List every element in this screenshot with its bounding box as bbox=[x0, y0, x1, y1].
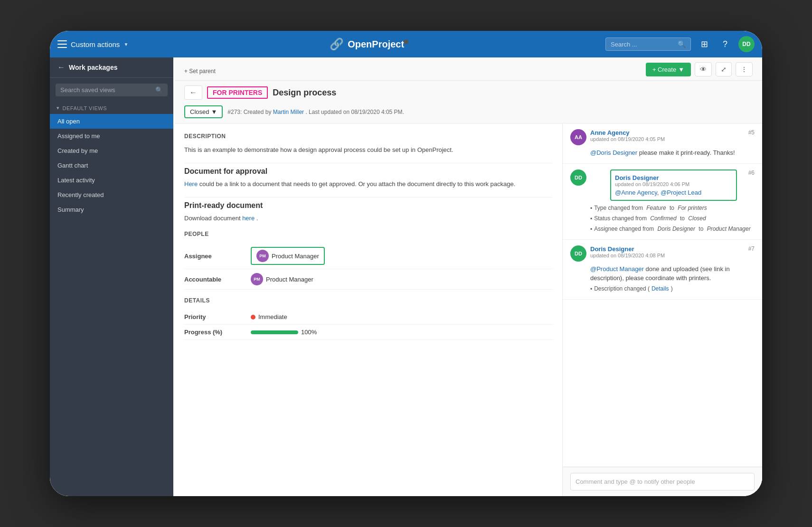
progress-row: Progress (%) 100% bbox=[184, 325, 553, 340]
search-icon: 🔍 bbox=[678, 40, 686, 48]
print-heading: Print-ready document bbox=[184, 197, 553, 210]
sidebar-item-label: All open bbox=[57, 118, 80, 125]
mention-project-lead[interactable]: @Project Lead bbox=[661, 189, 701, 196]
sidebar-header: ← Work packages bbox=[50, 57, 173, 78]
activity-time-6: updated on 08/19/2020 4:06 PM bbox=[615, 181, 732, 187]
activity-content-5: @Doris Designer please make it print-rea… bbox=[590, 148, 755, 158]
activity-time-7: updated on 08/19/2020 4:08 PM bbox=[590, 253, 745, 258]
sidebar-item-latest-activity[interactable]: Latest activity bbox=[50, 173, 173, 188]
details-link[interactable]: Details bbox=[651, 284, 669, 293]
status-dropdown-arrow: ▼ bbox=[211, 108, 217, 115]
progress-value: 100% bbox=[251, 329, 317, 336]
activity-meta-7: Doris Designer updated on 08/19/2020 4:0… bbox=[590, 245, 745, 258]
camera-dot bbox=[404, 39, 408, 44]
grid-icon[interactable]: ⊞ bbox=[697, 37, 712, 52]
change-type: Type changed from Feature to For printer… bbox=[590, 204, 755, 213]
sidebar-item-label: Recently created bbox=[57, 191, 104, 198]
activity-highlighted-content: Doris Designer updated on 08/19/2020 4:0… bbox=[610, 169, 737, 201]
expand-button[interactable]: ⤢ bbox=[716, 62, 732, 76]
app-name: OpenProject bbox=[348, 39, 404, 50]
details-heading: DETAILS bbox=[184, 297, 553, 304]
details-section: DETAILS Priority Immediate Progress (%) bbox=[184, 297, 553, 340]
change-status: Status changed from Confirmed to Closed bbox=[590, 214, 755, 223]
sidebar-back-arrow[interactable]: ← bbox=[57, 63, 65, 72]
sidebar: ← Work packages 🔍 ▾ DEFAULT VIEWS All op… bbox=[50, 57, 173, 496]
help-icon[interactable]: ? bbox=[718, 37, 733, 52]
sidebar-item-label: Created by me bbox=[57, 147, 98, 154]
nav-right: 🔍 ⊞ ? DD bbox=[605, 36, 755, 52]
activity-avatar-6: DD bbox=[570, 169, 586, 186]
mention-pm[interactable]: @Product Manager bbox=[590, 265, 644, 273]
doc-link[interactable]: Here bbox=[184, 180, 198, 188]
status-dropdown[interactable]: Closed ▼ bbox=[184, 105, 223, 118]
activity-content-6: @Anne Agency, @Project Lead bbox=[615, 189, 732, 196]
doc-heading: Document for approval bbox=[184, 163, 553, 176]
nav-left: Custom actions ▼ bbox=[57, 40, 128, 48]
progress-label: Progress (%) bbox=[184, 329, 251, 336]
more-options-button[interactable]: ⋮ bbox=[736, 62, 753, 76]
content-header: + Set parent + Create ▼ 👁 ⤢ ⋮ bbox=[175, 57, 762, 81]
sidebar-item-gantt-chart[interactable]: Gantt chart bbox=[50, 158, 173, 173]
author-link[interactable]: Martin Miller bbox=[273, 109, 304, 115]
create-dropdown-arrow: ▼ bbox=[678, 66, 684, 73]
change-description: Description changed (Details) bbox=[590, 284, 755, 293]
sidebar-item-summary[interactable]: Summary bbox=[50, 202, 173, 217]
people-heading: PEOPLE bbox=[184, 231, 553, 237]
sidebar-item-all-open[interactable]: All open bbox=[50, 114, 173, 129]
mention-anne[interactable]: @Anne Agency bbox=[615, 189, 657, 196]
activity-header-6: DD Doris Designer updated on 08/19/2020 … bbox=[570, 169, 755, 201]
type-badge: FOR PRINTERS bbox=[207, 86, 268, 99]
set-parent-button[interactable]: + Set parent bbox=[184, 68, 216, 75]
sidebar-title: Work packages bbox=[69, 64, 117, 71]
global-search-box[interactable]: 🔍 bbox=[605, 38, 691, 51]
split-content: DESCRIPTION This is an example to demons… bbox=[175, 123, 762, 496]
accountable-value[interactable]: PM Product Manager bbox=[251, 273, 313, 285]
priority-text: Immediate bbox=[258, 313, 287, 320]
print-download-link[interactable]: here bbox=[242, 215, 255, 222]
comment-input[interactable]: Comment and type @ to notify other peopl… bbox=[570, 473, 755, 490]
change-assignee: Assignee changed from Doris Designer to … bbox=[590, 225, 755, 234]
priority-value: Immediate bbox=[251, 313, 287, 320]
progress-bar bbox=[251, 330, 298, 334]
sidebar-item-assigned-to-me[interactable]: Assigned to me bbox=[50, 129, 173, 143]
activity-content-7: @Product Manager done and uploaded (see … bbox=[590, 264, 755, 283]
sidebar-search-input[interactable] bbox=[60, 86, 152, 94]
activity-number-5: #5 bbox=[748, 129, 755, 136]
activity-author-5[interactable]: Anne Agency bbox=[590, 129, 745, 136]
activity-number-6: #6 bbox=[748, 169, 755, 176]
user-avatar[interactable]: DD bbox=[738, 36, 755, 52]
back-button[interactable]: ← bbox=[184, 85, 202, 100]
eye-button[interactable]: 👁 bbox=[695, 62, 712, 76]
accountable-avatar: PM bbox=[251, 273, 263, 285]
accountable-name: Product Manager bbox=[266, 276, 313, 283]
sidebar-item-label: Latest activity bbox=[57, 177, 95, 184]
chevron-down-icon: ▾ bbox=[57, 105, 60, 111]
sidebar-section-header[interactable]: ▾ DEFAULT VIEWS bbox=[50, 102, 173, 114]
create-btn-label: + Create bbox=[652, 66, 676, 73]
mention-doris[interactable]: @Doris Designer bbox=[590, 149, 637, 156]
create-button[interactable]: + Create ▼ bbox=[646, 63, 691, 76]
sidebar-search-icon: 🔍 bbox=[155, 86, 163, 94]
activity-header-7: DD Doris Designer updated on 08/19/2020 … bbox=[570, 245, 755, 262]
sidebar-search-box[interactable]: 🔍 bbox=[56, 84, 168, 96]
sidebar-item-label: Assigned to me bbox=[57, 132, 100, 140]
description-text: This is an example to demonstrate how a … bbox=[184, 145, 553, 155]
top-navigation: Custom actions ▼ 🔗 OpenProject 🔍 ⊞ ? DD bbox=[50, 31, 762, 57]
activity-author-6[interactable]: Doris Designer bbox=[615, 174, 732, 181]
accountable-label: Accountable bbox=[184, 276, 251, 283]
accountable-row: Accountable PM Product Manager bbox=[184, 269, 553, 290]
hamburger-icon[interactable] bbox=[57, 40, 67, 48]
activity-meta-5: Anne Agency updated on 08/19/2020 4:05 P… bbox=[590, 129, 745, 142]
activity-meta-6: Doris Designer updated on 08/19/2020 4:0… bbox=[590, 169, 745, 201]
sidebar-item-created-by-me[interactable]: Created by me bbox=[50, 143, 173, 158]
custom-actions-label[interactable]: Custom actions bbox=[71, 40, 120, 48]
activity-number-7: #7 bbox=[748, 245, 755, 252]
logo-icon: 🔗 bbox=[330, 38, 344, 51]
global-search-input[interactable] bbox=[611, 41, 675, 48]
assignee-value[interactable]: PM Product Manager bbox=[251, 247, 325, 265]
work-package-title: Design process bbox=[273, 88, 336, 98]
activity-item-7: DD Doris Designer updated on 08/19/2020 … bbox=[563, 240, 762, 300]
activity-author-7[interactable]: Doris Designer bbox=[590, 245, 745, 253]
menu-dropdown-arrow[interactable]: ▼ bbox=[123, 42, 128, 47]
sidebar-item-recently-created[interactable]: Recently created bbox=[50, 188, 173, 202]
